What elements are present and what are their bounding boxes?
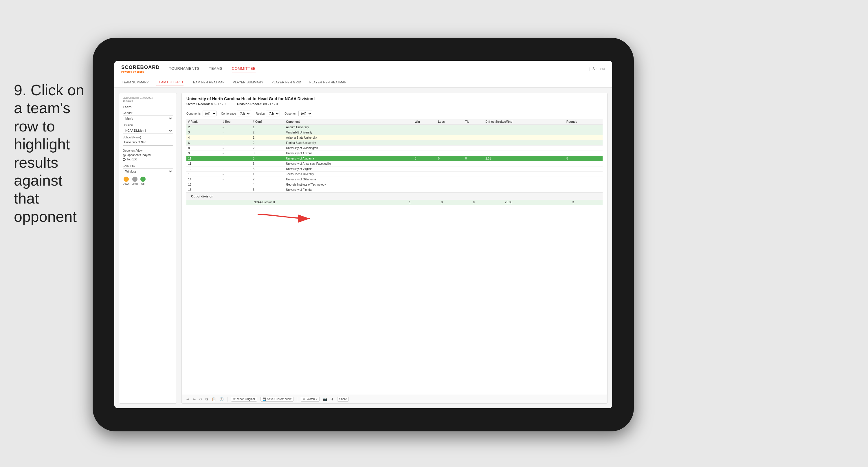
cell-2: 3 [251, 151, 284, 156]
table-row[interactable]: 6-2Florida State University [186, 140, 602, 146]
cell-7 [484, 125, 565, 130]
table-row[interactable]: 4-1Arizona State University [186, 135, 602, 140]
cell-1: - [221, 125, 251, 130]
table-row[interactable]: 13-1Texas Tech University [186, 172, 602, 177]
legend-up: Up [141, 177, 146, 185]
nav-teams[interactable]: TEAMS [209, 65, 222, 72]
cell-8 [565, 140, 602, 146]
table-row[interactable]: 8-2University of Washington [186, 146, 602, 151]
copy-icon[interactable]: ⧉ [206, 397, 208, 401]
sub-nav-player-h2h-grid[interactable]: PLAYER H2H GRID [271, 79, 302, 85]
colour-by-select[interactable]: Win/loss [123, 169, 173, 174]
opponents-select[interactable]: (All) [203, 111, 216, 116]
cell-5 [436, 140, 463, 146]
opponents-label: Opponents: [186, 112, 202, 115]
cell-5 [436, 172, 463, 177]
grid-title: University of North Carolina Head-to-Hea… [186, 96, 602, 101]
cell-6 [463, 130, 484, 135]
paste-icon[interactable]: 📋 [212, 397, 216, 401]
conference-filter: Conference (All) [221, 111, 251, 116]
table-row[interactable]: 16-3University of Florida [186, 187, 602, 193]
view-label: View: Original [237, 398, 255, 401]
cell-0: 11 [186, 156, 221, 161]
cell-4 [413, 125, 436, 130]
table-row[interactable]: 12-3University of Virginia [186, 167, 602, 172]
cell-3: Auburn University [284, 125, 413, 130]
out-of-division-row[interactable]: NCAA Division II 1 0 0 26.00 3 [186, 200, 602, 205]
cell-4 [413, 146, 436, 151]
table-row[interactable]: 14-2University of Oklahoma [186, 177, 602, 182]
school-label: School (Rank) [123, 136, 173, 139]
cell-7 [484, 187, 565, 193]
opponent-select[interactable]: (All) [299, 111, 312, 116]
sub-nav-team-h2h-heatmap[interactable]: TEAM H2H HEATMAP [190, 79, 225, 85]
cell-1: - [221, 156, 251, 161]
cell-7 [484, 177, 565, 182]
col-rounds: Rounds [565, 119, 602, 125]
cell-1: - [221, 146, 251, 151]
table-row[interactable]: 11-5University of Alabama3002.618 [186, 156, 602, 161]
cell-2: 2 [251, 130, 284, 135]
gender-select[interactable]: Men's [123, 116, 173, 121]
nav-committee[interactable]: COMMITTEE [232, 65, 256, 72]
cell-1: - [221, 172, 251, 177]
cell-7 [484, 135, 565, 140]
right-content: University of North Carolina Head-to-Hea… [182, 93, 608, 404]
cell-8 [565, 146, 602, 151]
division-select[interactable]: NCAA Division I [123, 128, 173, 134]
table-row[interactable]: 9-3University of Arizona [186, 151, 602, 156]
sub-nav-player-h2h-heatmap[interactable]: PLAYER H2H HEATMAP [309, 79, 347, 85]
save-custom-view-btn[interactable]: 💾 Save Custom View [260, 397, 293, 402]
timestamp: Last Updated: 27/03/2024 16:55:38 [123, 96, 173, 102]
radio-top-100[interactable]: Top 100 [123, 158, 173, 161]
redo-icon[interactable]: ↪ [193, 397, 196, 401]
table-row[interactable]: 2-1Auburn University [186, 125, 602, 130]
cell-1: - [221, 130, 251, 135]
clock-icon[interactable]: 🕐 [219, 397, 224, 401]
table-row[interactable]: 11-6University of Arkansas, Fayetteville [186, 161, 602, 167]
cell-2: 2 [251, 177, 284, 182]
region-select[interactable]: (All) [266, 111, 280, 116]
download-icon[interactable]: ⬇ [331, 397, 334, 401]
cell-5 [436, 146, 463, 151]
undo-icon[interactable]: ↩ [186, 397, 189, 401]
cell-6 [463, 161, 484, 167]
watch-btn[interactable]: 👁 Watch ▾ [301, 397, 319, 402]
watch-icon: 👁 [303, 398, 306, 401]
table-row[interactable]: 15-4Georgia Institute of Technology [186, 182, 602, 187]
cell-2: 1 [251, 135, 284, 140]
tablet-screen: SCOREBOARD Powered by clippd TOURNAMENTS… [114, 61, 612, 408]
nav-tournaments[interactable]: TOURNAMENTS [169, 65, 200, 72]
cell-2: 3 [251, 167, 284, 172]
cell-7 [484, 182, 565, 187]
reset-icon[interactable]: ↺ [199, 397, 202, 401]
cell-4 [413, 182, 436, 187]
col-win: Win [413, 119, 436, 125]
sub-nav-player-summary[interactable]: PLAYER SUMMARY [232, 79, 264, 85]
cell-5 [436, 130, 463, 135]
view-icon: 👁 [233, 398, 236, 401]
cell-8 [565, 151, 602, 156]
col-tie: Tie [463, 119, 484, 125]
legend-level: Level [132, 177, 138, 185]
sign-out-link[interactable]: Sign out [592, 67, 605, 71]
sub-nav-team-h2h-grid[interactable]: TEAM H2H GRID [156, 79, 184, 85]
cell-4 [413, 135, 436, 140]
conference-select[interactable]: (All) [237, 111, 251, 116]
school-rank-value[interactable]: University of Nort... [123, 140, 173, 146]
cell-1: - [221, 135, 251, 140]
opponent-view-label: Opponent View [123, 149, 173, 152]
cell-2: 2 [251, 146, 284, 151]
radio-opponents-played[interactable]: Opponents Played [123, 153, 173, 157]
ood-rounds: 3 [571, 200, 603, 205]
cell-5 [436, 167, 463, 172]
view-original-btn[interactable]: 👁 View: Original [231, 397, 257, 402]
table-row[interactable]: 3-2Vanderbilt University [186, 130, 602, 135]
cell-4 [413, 187, 436, 193]
cell-4 [413, 151, 436, 156]
sub-nav-team-summary[interactable]: TEAM SUMMARY [121, 79, 149, 85]
toolbar-sep-1 [227, 397, 227, 402]
share-btn[interactable]: Share [337, 397, 349, 402]
logo-powered: Powered by clippd [121, 70, 160, 73]
snapshot-icon[interactable]: 📷 [323, 397, 327, 401]
